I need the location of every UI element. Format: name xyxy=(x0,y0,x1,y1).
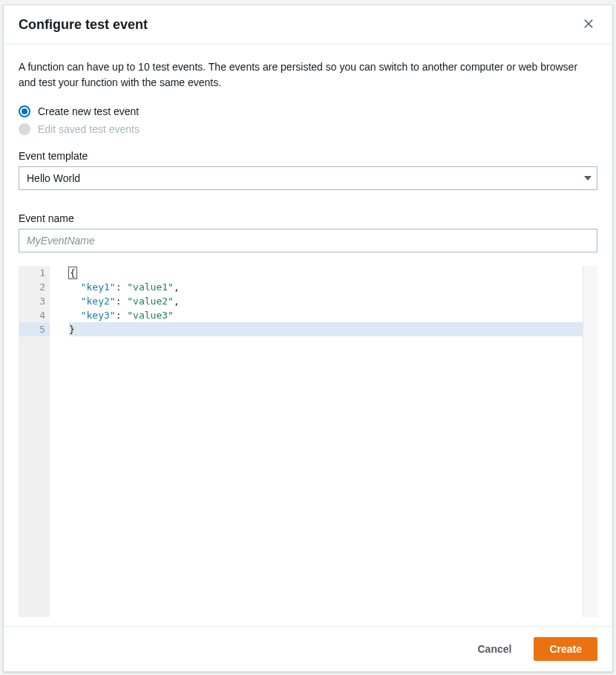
create-button[interactable]: Create xyxy=(534,637,597,661)
svg-marker-2 xyxy=(584,176,592,180)
radio-create-new-test-event[interactable]: Create new test event xyxy=(19,102,597,120)
code-line[interactable]: } xyxy=(69,322,583,336)
radio-label: Edit saved test events xyxy=(38,123,140,135)
configure-test-event-modal: Configure test event A function can have… xyxy=(3,4,613,672)
event-name-label: Event name xyxy=(19,212,597,224)
event-template-label: Event template xyxy=(19,150,597,162)
modal-body: A function can have up to 10 test events… xyxy=(4,45,612,626)
editor-gutter: 12345 xyxy=(19,266,50,617)
cancel-button[interactable]: Cancel xyxy=(462,637,526,661)
event-template-selected-value: Hello World xyxy=(27,172,80,184)
event-template-field: Event template Hello World xyxy=(19,150,597,203)
editor-scroll: { "key1": "value1", "key2": "value2", "k… xyxy=(50,266,597,617)
event-name-field: Event name xyxy=(19,212,597,252)
radio-icon xyxy=(19,123,30,135)
radio-label: Create new test event xyxy=(38,105,139,117)
editor-code-area[interactable]: { "key1": "value1", "key2": "value2", "k… xyxy=(50,266,583,617)
radio-icon xyxy=(19,105,30,117)
code-line[interactable]: "key2": "value2", xyxy=(69,294,583,308)
close-icon xyxy=(583,19,594,31)
modal-footer: Cancel Create xyxy=(4,626,612,671)
modal-header: Configure test event xyxy=(4,5,612,45)
line-number: 1 xyxy=(19,266,50,280)
code-line[interactable]: { xyxy=(69,266,583,280)
event-name-input[interactable] xyxy=(19,229,597,252)
code-line[interactable]: "key1": "value1", xyxy=(69,280,583,294)
line-number: 5 xyxy=(19,322,50,336)
line-number: 3 xyxy=(19,294,50,308)
code-line[interactable]: "key3": "value3" xyxy=(69,308,583,322)
modal-backdrop: Configure test event A function can have… xyxy=(0,0,616,675)
event-mode-radio-group: Create new test event Edit saved test ev… xyxy=(19,102,597,138)
close-button[interactable] xyxy=(580,16,597,33)
radio-edit-saved-test-events: Edit saved test events xyxy=(19,120,597,138)
modal-title: Configure test event xyxy=(19,17,148,33)
caret-down-icon xyxy=(584,175,592,182)
json-editor[interactable]: 12345 { "key1": "value1", "key2": "value… xyxy=(19,266,597,617)
line-number: 4 xyxy=(19,308,50,322)
line-number: 2 xyxy=(19,280,50,294)
modal-description: A function can have up to 10 test events… xyxy=(19,59,597,91)
editor-scrollbar-track[interactable] xyxy=(583,266,597,617)
event-template-select[interactable]: Hello World xyxy=(19,166,597,190)
